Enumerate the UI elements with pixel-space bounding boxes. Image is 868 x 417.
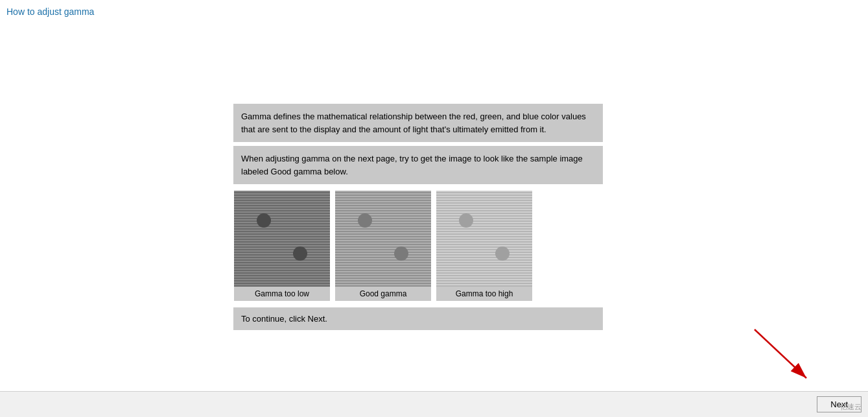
page-title: How to adjust gamma <box>6 6 94 17</box>
main-content: Gamma defines the mathematical relations… <box>233 104 603 330</box>
gamma-good-label: Good gamma <box>335 287 431 301</box>
continue-instruction: To continue, click Next. <box>233 307 603 330</box>
gamma-samples-row: Gamma too low Good gamma Gamma too high <box>233 191 603 301</box>
svg-line-1 <box>755 329 806 378</box>
bottom-bar: Next <box>0 391 868 417</box>
description-gamma-instruction: When adjusting gamma on the next page, t… <box>233 146 603 184</box>
description-gamma-definition: Gamma defines the mathematical relations… <box>233 104 603 142</box>
gamma-low-label: Gamma too low <box>234 287 330 301</box>
watermark: 亿速云 <box>840 402 862 412</box>
gamma-high-image <box>436 191 532 287</box>
arrow-annotation <box>742 323 819 388</box>
gamma-good-image <box>335 191 431 287</box>
gamma-good-item: Good gamma <box>334 191 432 301</box>
gamma-high-item: Gamma too high <box>436 191 533 301</box>
gamma-high-label: Gamma too high <box>436 287 532 301</box>
gamma-low-item: Gamma too low <box>233 191 331 301</box>
gamma-low-image <box>234 191 330 287</box>
